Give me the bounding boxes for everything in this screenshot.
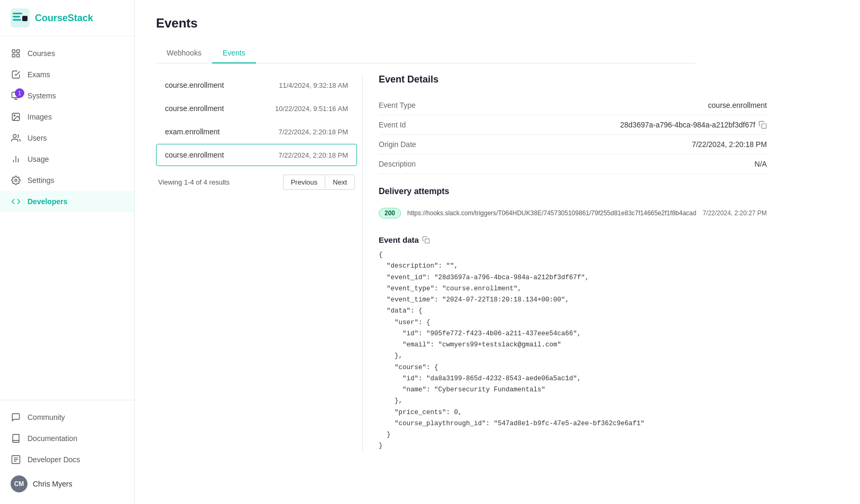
events-list-panel: course.enrollment 11/4/2024, 9:32:18 AM … — [156, 74, 357, 452]
tab-events[interactable]: Events — [212, 43, 256, 63]
prev-button[interactable]: Previous — [283, 175, 325, 190]
tabs-bar: Webhooks Events — [156, 43, 696, 63]
delivery-title: Delivery attempts — [379, 187, 767, 196]
event-row[interactable]: exam.enrollment 7/22/2024, 2:20:18 PM — [156, 121, 357, 143]
sidebar: CourseStack Courses Exams Systems 1 — [0, 0, 135, 504]
svg-rect-1 — [13, 13, 22, 14]
courses-icon — [11, 48, 21, 59]
copy-data-icon[interactable] — [422, 236, 430, 244]
event-row-selected[interactable]: course.enrollment 7/22/2024, 2:20:18 PM — [156, 144, 357, 166]
logo-icon — [11, 8, 30, 28]
svg-point-14 — [13, 134, 16, 138]
detail-row-origin-date: Origin Date 7/22/2024, 2:20:18 PM — [379, 135, 767, 154]
detail-value: course.enrollment — [708, 101, 767, 109]
sidebar-item-label: Exams — [28, 70, 50, 79]
sidebar-item-label: Images — [28, 113, 52, 121]
sidebar-item-label: Users — [28, 134, 47, 142]
svg-rect-7 — [12, 54, 15, 57]
delivery-date: 7/22/2024, 2:20:27 PM — [702, 209, 766, 217]
sidebar-item-label: Systems — [28, 91, 56, 100]
avatar: CM — [11, 475, 28, 492]
pagination-row: Viewing 1-4 of 4 results Previous Next — [156, 175, 357, 190]
event-date: 10/22/2024, 9:51:16 AM — [275, 105, 348, 113]
detail-value: 7/22/2024, 2:20:18 PM — [692, 140, 767, 149]
status-badge: 200 — [379, 208, 401, 218]
logo: CourseStack — [0, 0, 134, 36]
usage-icon — [11, 154, 21, 164]
sidebar-item-settings[interactable]: Settings — [0, 170, 134, 191]
sidebar-item-systems[interactable]: Systems 1 — [0, 85, 134, 106]
main-content: Events Webhooks Events course.enrollment… — [135, 0, 860, 504]
svg-rect-6 — [17, 50, 20, 52]
svg-rect-3 — [13, 19, 21, 21]
users-icon — [11, 133, 21, 143]
event-data-pre: { "description": "", "event_id": "28d369… — [379, 250, 767, 452]
user-name: Chris Myers — [33, 480, 72, 488]
detail-value: N/A — [755, 160, 767, 168]
developer-docs-icon — [11, 454, 21, 465]
event-row[interactable]: course.enrollment 10/22/2024, 9:51:16 AM — [156, 97, 357, 120]
documentation-icon — [11, 433, 21, 444]
detail-row-event-type: Event Type course.enrollment — [379, 96, 767, 115]
exams-icon — [11, 69, 21, 80]
event-data-title: Event data — [379, 235, 767, 244]
event-date: 7/22/2024, 2:20:18 PM — [278, 128, 348, 136]
svg-rect-23 — [762, 124, 766, 129]
next-button[interactable]: Next — [325, 175, 355, 190]
event-data-section: Event data { "description": "", "event_i… — [379, 235, 767, 452]
sidebar-item-label: Settings — [28, 176, 54, 185]
systems-badge: 1 — [15, 88, 24, 98]
event-date: 7/22/2024, 2:20:18 PM — [278, 151, 348, 159]
sidebar-item-courses[interactable]: Courses — [0, 43, 134, 64]
sidebar-item-users[interactable]: Users — [0, 127, 134, 149]
svg-rect-4 — [22, 16, 28, 21]
detail-row-description: Description N/A — [379, 154, 767, 174]
event-row[interactable]: course.enrollment 11/4/2024, 9:32:18 AM — [156, 74, 357, 96]
detail-label: Description — [379, 160, 416, 168]
tab-webhooks[interactable]: Webhooks — [156, 43, 212, 63]
svg-point-13 — [14, 115, 15, 116]
delivery-url: https://hooks.slack.com/triggers/T064HDU… — [407, 209, 696, 217]
settings-icon — [11, 175, 21, 186]
event-name: course.enrollment — [165, 104, 224, 113]
svg-point-18 — [15, 179, 17, 182]
detail-value: 28d3697a-a796-4bca-984a-a212bf3df67f — [620, 121, 767, 129]
svg-rect-5 — [12, 50, 15, 52]
detail-title: Event Details — [379, 74, 767, 85]
delivery-row: 200 https://hooks.slack.com/triggers/T06… — [379, 204, 767, 223]
sidebar-item-label: Courses — [28, 49, 55, 58]
detail-row-event-id: Event Id 28d3697a-a796-4bca-984a-a212bf3… — [379, 115, 767, 135]
images-icon — [11, 112, 21, 122]
sidebar-item-usage[interactable]: Usage — [0, 149, 134, 170]
events-layout: course.enrollment 11/4/2024, 9:32:18 AM … — [156, 74, 696, 452]
detail-label: Event Type — [379, 101, 416, 109]
sidebar-item-exams[interactable]: Exams — [0, 64, 134, 85]
sidebar-nav: Courses Exams Systems 1 Images — [0, 36, 134, 400]
delivery-section: Delivery attempts 200 https://hooks.slac… — [379, 187, 767, 223]
sidebar-item-documentation[interactable]: Documentation — [0, 428, 134, 449]
event-name: exam.enrollment — [165, 127, 220, 136]
sidebar-item-developer-docs[interactable]: Developer Docs — [0, 449, 134, 470]
sidebar-item-community[interactable]: Community — [0, 407, 134, 428]
event-detail-panel: Event Details Event Type course.enrollme… — [362, 74, 767, 452]
svg-rect-2 — [13, 16, 20, 17]
sidebar-item-developers[interactable]: Developers — [0, 191, 134, 212]
pagination-buttons: Previous Next — [283, 175, 355, 190]
sidebar-item-label: Usage — [28, 155, 49, 163]
copy-icon[interactable] — [758, 121, 767, 129]
event-date: 11/4/2024, 9:32:18 AM — [279, 81, 348, 89]
community-icon — [11, 412, 21, 423]
event-name: course.enrollment — [165, 151, 224, 159]
sidebar-item-label: Developer Docs — [28, 455, 80, 464]
svg-rect-24 — [425, 239, 429, 243]
user-profile[interactable]: CM Chris Myers — [0, 470, 134, 498]
detail-label: Origin Date — [379, 140, 416, 149]
svg-rect-8 — [17, 54, 20, 57]
sidebar-item-images[interactable]: Images — [0, 106, 134, 127]
sidebar-bottom: Community Documentation Developer Docs C… — [0, 400, 134, 504]
logo-text: CourseStack — [35, 13, 93, 24]
page-title: Events — [156, 16, 696, 31]
sidebar-item-label: Documentation — [28, 434, 77, 443]
pagination-text: Viewing 1-4 of 4 results — [158, 178, 230, 186]
sidebar-item-label: Community — [28, 413, 65, 421]
